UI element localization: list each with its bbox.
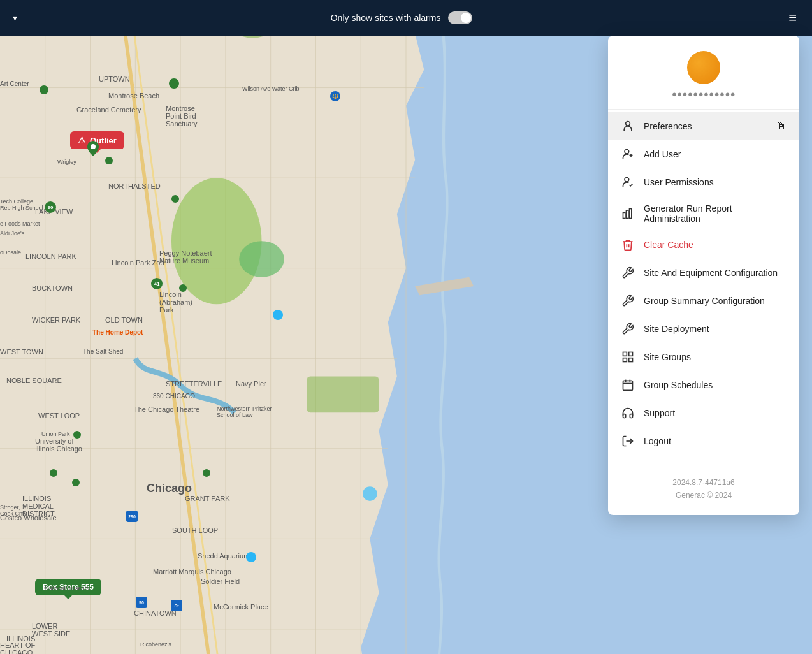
ricobenez-label: Ricobenez's [140,641,171,648]
nav-center: Only show sites with alarms [331,11,473,24]
group-summary-config-menu-item[interactable]: Group Summary Configuration [608,287,799,315]
dosale-label: oDosale [0,249,21,256]
svg-rect-38 [623,381,633,390]
logout-icon [621,434,635,448]
site-groups-label: Site Groups [644,352,691,362]
green-dot-3 [179,284,187,292]
add-user-label: Add User [644,149,681,159]
svg-rect-37 [623,358,627,362]
art-center-label: Art Center [0,80,29,87]
svg-point-25 [91,144,96,149]
bar-chart-icon [621,207,635,221]
group-summary-config-label: Group Summary Configuration [644,296,765,306]
preferences-menu-item[interactable]: Preferences 🖱 [608,112,799,140]
green-dot-8 [169,78,179,89]
user-permissions-label: User Permissions [644,177,714,187]
support-label: Support [644,408,675,418]
svg-point-24 [363,486,377,501]
top-navigation: ▾ Only show sites with alarms ≡ [0,0,812,36]
svg-point-26 [626,122,630,126]
person-add-icon [621,147,635,161]
svg-rect-33 [630,209,632,219]
chevron-down-icon: ▾ [13,13,17,23]
wrench2-icon [621,294,635,308]
green-dot-4 [73,431,81,439]
water-icon-1: 🔱 [330,91,340,101]
wrench3-icon [621,322,635,336]
green-dot-2 [171,195,179,203]
menu-footer: 2024.8.7-44711a6 Generac © 2024 [608,469,799,505]
person-icon [621,119,635,133]
svg-rect-31 [623,212,625,218]
add-user-menu-item[interactable]: Add User [608,140,799,168]
logout-label: Logout [644,436,671,446]
calendar-icon [621,378,635,392]
support-menu-item[interactable]: Support [608,399,799,427]
site-deployment-menu-item[interactable]: Site Deployment [608,315,799,343]
green-dot-5 [50,469,57,477]
svg-point-27 [625,150,629,154]
headset-icon [621,406,635,420]
location-pin [87,141,99,159]
highway-90b: 90 [136,597,147,608]
water-icon-3 [246,552,256,562]
menu-divider [608,463,799,463]
group-schedules-label: Group Schedules [644,380,713,390]
building-icon [621,350,635,364]
water-icon-2 [273,310,283,320]
generator-report-menu-item[interactable]: Generator Run Report Administration [608,196,799,231]
user-header: ●●●●●●●●●●●● [608,36,799,110]
svg-rect-22 [307,377,379,413]
whole-foods-label: e Foods Market [0,221,40,227]
wrench-icon [621,266,635,280]
menu-items-list: Preferences 🖱 Add User User Permissions [608,110,799,458]
site-dropdown[interactable]: ▾ [13,13,17,23]
truman-label: Tech CollegeRep High School [0,198,43,211]
svg-rect-34 [623,352,627,356]
green-dot-9 [40,85,48,94]
salt-shed-label: The Salt Shed [83,348,123,355]
toggle-label: Only show sites with alarms [331,13,441,23]
svg-rect-35 [629,352,633,356]
group-schedules-menu-item[interactable]: Group Schedules [608,371,799,399]
stroger-label: Stroger, Jr.Cook Cnty. [0,504,28,517]
aldi-label: Aldi Joe's [0,230,24,236]
alarms-toggle[interactable] [448,11,472,24]
version-text: 2024.8.7-44711a6 [618,476,789,489]
highway-loop: 90 [45,201,56,213]
copyright-text: Generac © 2024 [618,489,789,502]
site-groups-menu-item[interactable]: Site Groups [608,343,799,371]
preferences-label: Preferences [644,121,692,131]
site-equipment-config-menu-item[interactable]: Site And Equipment Configuration [608,259,799,287]
trash-icon [621,238,635,252]
svg-rect-32 [627,210,628,219]
wrigley-label: Wrigley [57,159,76,165]
home-depot-label: The Home Depot [92,329,143,336]
wilson-ave-label: Wilson Ave Water Crib [242,85,300,92]
svg-point-23 [239,241,284,277]
clear-cache-menu-item[interactable]: Clear Cache [608,231,799,259]
logout-menu-item[interactable]: Logout [608,427,799,455]
360-chicago-label: 360 CHICAGO [153,393,195,400]
green-dot-7 [203,469,210,477]
user-permissions-menu-item[interactable]: User Permissions [608,168,799,196]
green-dot-6 [72,479,80,486]
svg-point-30 [625,178,629,182]
generator-report-label: Generator Run Report Administration [644,203,787,224]
union-park-label: Union Park [41,431,70,437]
site-deployment-label: Site Deployment [644,324,709,334]
green-dot-1 [105,157,113,164]
national-museum-label: National Museum [45,585,89,592]
site-equipment-config-label: Site And Equipment Configuration [644,268,778,278]
hamburger-button[interactable]: ≡ [786,7,799,29]
clear-cache-label: Clear Cache [644,240,693,250]
highway-290: 290 [126,511,138,522]
highway-41: 41 [151,278,163,289]
cursor-icon: 🖱 [776,120,787,132]
svg-rect-36 [629,358,633,362]
northwestern-label: Northwestern PritzkerSchool of Law [217,405,272,418]
person-check-icon [621,175,635,189]
highway-state: St [171,600,182,611]
user-dropdown-menu: ●●●●●●●●●●●● Preferences 🖱 Add User [608,36,799,515]
user-email: ●●●●●●●●●●●● [672,89,736,99]
